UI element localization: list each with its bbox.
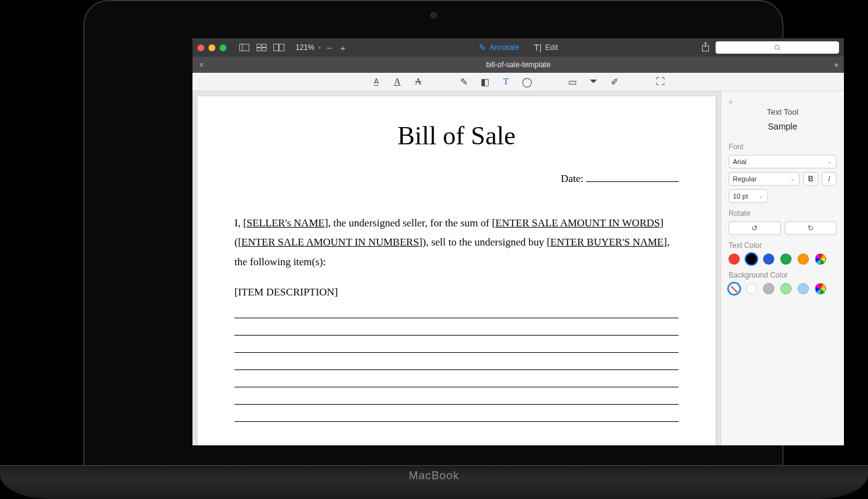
blank-line xyxy=(234,410,679,422)
svg-point-10 xyxy=(775,45,779,49)
note-tool-icon[interactable]: ▭ xyxy=(566,75,579,89)
font-weight-select[interactable]: Regular ⌄ xyxy=(729,172,800,186)
tab-add-button[interactable]: + xyxy=(834,60,839,70)
chevron-down-icon: ⌄ xyxy=(759,193,764,199)
annotate-mode-button[interactable]: ✎ Annotate xyxy=(479,43,519,52)
mode-switcher: ✎ Annotate T| Edit xyxy=(479,43,558,52)
font-family-select[interactable]: Arial ⌄ xyxy=(729,155,837,168)
tab-filename[interactable]: bill-of-sale-template xyxy=(486,60,551,69)
search-icon xyxy=(774,44,781,51)
font-size-select[interactable]: 10 pt ⌄ xyxy=(729,189,768,203)
window-close-button[interactable] xyxy=(197,44,204,51)
laptop-base: MacBook xyxy=(0,465,868,499)
rotate-ccw-button[interactable]: ↺ xyxy=(729,221,781,235)
inspector-title: Text Tool xyxy=(729,107,837,117)
rotate-section-label: Rotate xyxy=(729,209,837,218)
bg-color-white[interactable] xyxy=(746,283,757,294)
tab-close-button[interactable]: ✕ xyxy=(199,61,204,69)
main-area: Bill of Sale Date: I, [SELLER's NAME], t… xyxy=(192,91,844,445)
share-button[interactable] xyxy=(701,42,709,54)
rotate-cw-icon: ↻ xyxy=(808,224,814,233)
text-tool-icon[interactable]: T xyxy=(499,75,513,89)
window-fullscreen-button[interactable] xyxy=(220,44,226,51)
document-body-paragraph: I, [SELLER's NAME], the undersigned sell… xyxy=(234,213,679,271)
svg-rect-5 xyxy=(262,48,267,51)
italic-button[interactable]: I xyxy=(822,172,837,186)
annotate-label: Annotate xyxy=(490,43,519,52)
bg-color-gray[interactable] xyxy=(763,283,774,294)
text-color-red[interactable] xyxy=(729,254,740,265)
annotation-toolbar: ⋮⋮ A̲ A A ✎ ◧ T ◯ ▭ ⏷ ✐ xyxy=(192,73,844,91)
search-input[interactable] xyxy=(716,41,839,54)
bg-color-none[interactable] xyxy=(729,283,740,294)
text-color-custom[interactable] xyxy=(815,254,826,265)
blank-line xyxy=(234,375,679,387)
laptop-brand-label: MacBook xyxy=(408,469,459,482)
text-color-label: Text Color xyxy=(729,241,837,250)
zoom-in-button[interactable]: + xyxy=(338,43,348,53)
stamp-tool-icon[interactable]: ⏷ xyxy=(587,75,600,89)
document-title: Bill of Sale xyxy=(234,121,679,151)
font-weight-value: Regular xyxy=(733,175,757,183)
svg-rect-6 xyxy=(274,44,279,51)
text-color-blue[interactable] xyxy=(763,254,774,265)
chevron-down-icon: ⌄ xyxy=(790,176,795,182)
document-page: Bill of Sale Date: I, [SELLER's NAME], t… xyxy=(197,96,716,445)
rotate-cw-button[interactable]: ↻ xyxy=(785,221,837,235)
inspector-collapse-button[interactable]: » xyxy=(729,97,837,106)
blank-line xyxy=(234,323,679,336)
edit-mode-button[interactable]: T| Edit xyxy=(534,43,558,52)
bold-button[interactable]: B xyxy=(803,172,818,186)
pen-icon: ✎ xyxy=(479,43,486,52)
seller-name-placeholder: SELLER's NAME xyxy=(247,217,324,229)
zoom-controls: 121% ▾ − + xyxy=(296,43,348,53)
bg-color-label: Background Color xyxy=(729,271,837,279)
font-section-label: Font xyxy=(729,142,837,151)
blank-line xyxy=(234,306,679,318)
date-line: Date: xyxy=(234,173,679,185)
chevron-down-icon: ⌄ xyxy=(827,159,832,165)
zoom-value[interactable]: 121% xyxy=(296,43,315,52)
sidebar-toggle-icon[interactable] xyxy=(238,41,251,54)
text-color-black[interactable] xyxy=(746,254,757,265)
eraser-tool-icon[interactable]: ◧ xyxy=(478,75,492,89)
svg-rect-4 xyxy=(257,48,262,51)
bg-color-lightblue[interactable] xyxy=(798,283,809,294)
item-description-label: [ITEM DESCRIPTION] xyxy=(234,286,679,299)
inspector-panel: » Text Tool Sample Font Arial ⌄ Regular … xyxy=(721,91,844,445)
text-style-tool-icon[interactable]: A̲ xyxy=(370,75,383,89)
toolbar-handle-icon[interactable]: ⋮⋮ xyxy=(196,78,209,85)
bg-color-lightgreen[interactable] xyxy=(780,283,792,294)
laptop-frame: 121% ▾ − + ✎ Annotate T| Edit xyxy=(0,0,868,499)
text-color-orange[interactable] xyxy=(798,254,809,265)
strikethrough-tool-icon[interactable]: A xyxy=(411,75,425,89)
crop-tool-icon[interactable]: ⛶ xyxy=(653,75,667,89)
tab-strip: ✕ bill-of-sale-template + xyxy=(192,57,844,73)
eyedropper-tool-icon[interactable]: ✐ xyxy=(608,75,621,89)
bg-color-swatches xyxy=(729,283,837,294)
blank-line xyxy=(234,358,679,370)
shape-tool-icon[interactable]: ◯ xyxy=(520,75,534,89)
zoom-out-button[interactable]: − xyxy=(324,43,334,53)
svg-rect-7 xyxy=(279,44,284,51)
text-color-green[interactable] xyxy=(780,254,792,265)
document-viewport[interactable]: Bill of Sale Date: I, [SELLER's NAME], t… xyxy=(192,91,721,445)
thumbnails-icon[interactable] xyxy=(255,41,268,54)
rotate-ccw-icon: ↺ xyxy=(751,224,758,233)
window-minimize-button[interactable] xyxy=(209,44,215,51)
camera-dot xyxy=(431,12,437,19)
pencil-tool-icon[interactable]: ✎ xyxy=(457,75,471,89)
svg-rect-2 xyxy=(257,44,262,47)
svg-rect-0 xyxy=(240,44,249,51)
two-up-icon[interactable] xyxy=(272,41,286,54)
amount-numbers-placeholder: ENTER SALE AMOUNT IN NUMBERS xyxy=(241,236,419,248)
laptop-bezel: 121% ▾ − + ✎ Annotate T| Edit xyxy=(83,0,783,481)
amount-words-placeholder: ENTER SALE AMOUNT IN WORDS xyxy=(495,217,660,229)
bg-color-custom[interactable] xyxy=(815,283,826,294)
titlebar: 121% ▾ − + ✎ Annotate T| Edit xyxy=(192,38,844,57)
app-window: 121% ▾ − + ✎ Annotate T| Edit xyxy=(192,38,844,445)
text-color-swatches xyxy=(729,254,837,265)
inspector-sample-text: Sample xyxy=(729,122,837,131)
underline-tool-icon[interactable]: A xyxy=(391,75,404,89)
blank-line xyxy=(234,340,679,353)
